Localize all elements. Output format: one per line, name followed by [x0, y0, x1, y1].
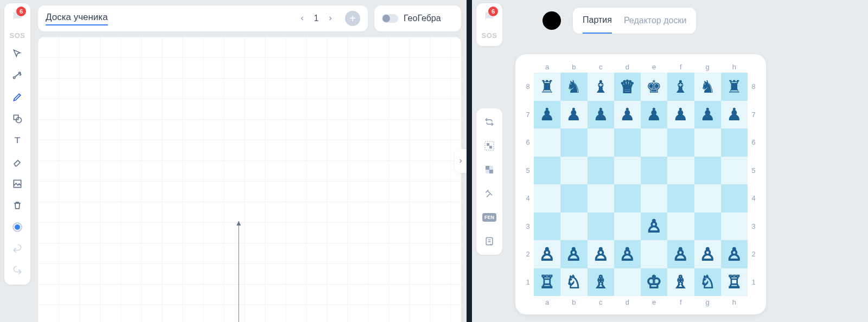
redo-button[interactable]	[8, 261, 27, 280]
square-h3[interactable]	[721, 212, 748, 241]
square-d6[interactable]	[614, 128, 641, 157]
square-e8[interactable]: ♚	[641, 73, 667, 101]
shapes-tool[interactable]	[8, 109, 27, 128]
square-c8[interactable]: ♝	[588, 73, 614, 101]
fen-button[interactable]: FEN	[481, 209, 497, 226]
sos-label[interactable]: SOS	[10, 31, 25, 40]
square-d3[interactable]	[614, 212, 641, 241]
piece-P[interactable]: ♙	[534, 240, 560, 268]
square-g1[interactable]: ♘	[694, 268, 721, 297]
undo-button[interactable]	[8, 239, 27, 259]
square-d7[interactable]: ♟	[614, 101, 641, 129]
square-f6[interactable]	[667, 128, 694, 157]
piece-p[interactable]: ♟	[534, 101, 560, 129]
piece-p[interactable]: ♟	[588, 101, 614, 129]
square-f1[interactable]: ♗	[667, 268, 694, 297]
tab-game[interactable]: Партия	[583, 8, 612, 34]
square-b4[interactable]	[560, 184, 587, 212]
toggle-switch[interactable]	[382, 14, 398, 23]
square-a2[interactable]: ♙	[534, 240, 560, 268]
text-tool[interactable]	[8, 131, 27, 150]
square-b1[interactable]: ♘	[560, 268, 587, 297]
square-a8[interactable]: ♜	[534, 73, 560, 101]
piece-r[interactable]: ♜	[534, 73, 560, 101]
piece-K[interactable]: ♔	[641, 268, 667, 297]
piece-R[interactable]: ♖	[721, 268, 748, 297]
square-c5[interactable]	[588, 157, 614, 185]
tab-editor[interactable]: Редактор доски	[624, 8, 687, 34]
piece-P[interactable]: ♙	[667, 240, 694, 268]
square-g5[interactable]	[694, 157, 721, 185]
board-name[interactable]: Доска ученика	[46, 12, 108, 25]
square-f5[interactable]	[667, 157, 694, 185]
piece-P[interactable]: ♙	[694, 240, 721, 268]
flip-board-button[interactable]	[481, 114, 497, 130]
trash-tool[interactable]	[8, 196, 27, 215]
square-h2[interactable]: ♙	[721, 240, 748, 268]
square-b3[interactable]	[560, 212, 587, 241]
piece-R[interactable]: ♖	[534, 268, 560, 297]
notes-button[interactable]	[481, 233, 497, 249]
square-g2[interactable]: ♙	[694, 240, 721, 268]
square-e2[interactable]	[641, 240, 667, 268]
square-f4[interactable]	[667, 184, 694, 212]
square-c1[interactable]: ♗	[588, 268, 614, 297]
piece-P[interactable]: ♙	[641, 212, 667, 241]
square-e3[interactable]: ♙	[641, 212, 667, 241]
piece-n[interactable]: ♞	[560, 73, 587, 101]
square-g7[interactable]: ♟	[694, 101, 721, 129]
board-pattern-1[interactable]	[481, 138, 497, 154]
piece-r[interactable]: ♜	[721, 73, 748, 101]
add-page-button[interactable]: +	[345, 11, 360, 26]
square-c4[interactable]	[588, 184, 614, 212]
square-e4[interactable]	[641, 184, 667, 212]
pencil-tool[interactable]	[8, 87, 27, 107]
piece-B[interactable]: ♗	[667, 268, 694, 297]
expand-handle[interactable]	[455, 149, 467, 173]
square-g8[interactable]: ♞	[694, 73, 721, 101]
square-a3[interactable]	[534, 212, 560, 241]
pointer-tool[interactable]	[8, 44, 27, 63]
piece-p[interactable]: ♟	[694, 101, 721, 129]
square-b7[interactable]: ♟	[560, 101, 587, 129]
square-f7[interactable]: ♟	[667, 101, 694, 129]
piece-P[interactable]: ♙	[560, 240, 587, 268]
square-b5[interactable]	[560, 157, 587, 185]
board-pattern-2[interactable]	[481, 162, 497, 178]
piece-N[interactable]: ♘	[694, 268, 721, 297]
geogebra-toggle-card[interactable]: ГеоГебра	[374, 5, 461, 31]
clear-board-button[interactable]	[481, 185, 497, 202]
square-d5[interactable]	[614, 157, 641, 185]
piece-P[interactable]: ♙	[588, 240, 614, 268]
eraser-tool[interactable]	[8, 152, 27, 172]
square-e5[interactable]	[641, 157, 667, 185]
square-d2[interactable]: ♙	[614, 240, 641, 268]
square-d8[interactable]: ♕	[614, 73, 641, 101]
piece-P[interactable]: ♙	[614, 240, 641, 268]
piece-p[interactable]: ♟	[721, 101, 748, 129]
square-g6[interactable]	[694, 128, 721, 157]
square-b8[interactable]: ♞	[560, 73, 587, 101]
square-a5[interactable]	[534, 157, 560, 185]
square-h7[interactable]: ♟	[721, 101, 748, 129]
piece-p[interactable]: ♟	[614, 101, 641, 129]
square-h4[interactable]	[721, 184, 748, 212]
piece-n[interactable]: ♞	[694, 73, 721, 101]
image-tool[interactable]	[8, 174, 27, 194]
piece-B[interactable]: ♗	[588, 268, 614, 297]
square-d4[interactable]	[614, 184, 641, 212]
piece-p[interactable]: ♟	[641, 101, 667, 129]
square-c7[interactable]: ♟	[588, 101, 614, 129]
square-h1[interactable]: ♖	[721, 268, 748, 297]
piece-k[interactable]: ♚	[641, 73, 667, 101]
square-b6[interactable]	[560, 128, 587, 157]
square-d1[interactable]	[614, 268, 641, 297]
square-e7[interactable]: ♟	[641, 101, 667, 129]
piece-p[interactable]: ♟	[667, 101, 694, 129]
square-c2[interactable]: ♙	[588, 240, 614, 268]
square-a6[interactable]	[534, 128, 560, 157]
square-h6[interactable]	[721, 128, 748, 157]
chat-button[interactable]: 6	[8, 7, 27, 26]
square-h8[interactable]: ♜	[721, 73, 748, 101]
square-e6[interactable]	[641, 128, 667, 157]
